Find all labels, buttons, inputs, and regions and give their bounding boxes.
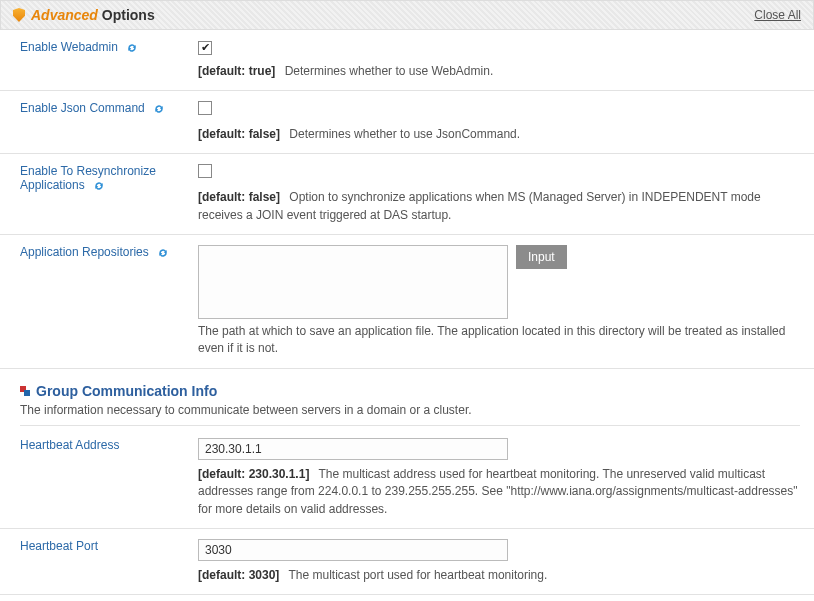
close-all-link[interactable]: Close All bbox=[754, 8, 801, 22]
row-app-repos: Application Repositories Input The path … bbox=[0, 235, 814, 369]
checkbox-enable-resync[interactable] bbox=[198, 164, 212, 178]
heartbeat-address-input[interactable] bbox=[198, 438, 508, 460]
advanced-options-header: Advanced Options Close All bbox=[0, 0, 814, 30]
section-icon bbox=[20, 386, 30, 396]
default-value: [default: 230.30.1.1] bbox=[198, 467, 309, 481]
label-text: Application Repositories bbox=[20, 245, 149, 259]
label-enable-resync: Enable To Resynchronize Applications bbox=[20, 164, 198, 224]
section-title: Group Communication Info bbox=[36, 383, 217, 399]
checkbox-enable-webadmin[interactable] bbox=[198, 41, 212, 55]
label-app-repos: Application Repositories bbox=[20, 245, 198, 358]
checkbox-enable-json[interactable] bbox=[198, 101, 212, 115]
title-advanced: Advanced bbox=[31, 7, 98, 23]
refresh-icon[interactable] bbox=[156, 247, 170, 259]
default-value: [default: 3030] bbox=[198, 568, 279, 582]
row-heartbeat-port: Heartbeat Port [default: 3030] The multi… bbox=[0, 529, 814, 595]
description-text: The multicast port used for heartbeat mo… bbox=[288, 568, 547, 582]
label-heartbeat-port: Heartbeat Port bbox=[20, 539, 198, 584]
row-enable-json: Enable Json Command [default: false] Det… bbox=[0, 91, 814, 154]
description-text: The path at which to save an application… bbox=[198, 323, 800, 358]
default-value: [default: false] bbox=[198, 190, 280, 204]
default-value: [default: true] bbox=[198, 64, 275, 78]
label-heartbeat-address: Heartbeat Address bbox=[20, 438, 198, 518]
app-repos-textarea[interactable] bbox=[198, 245, 508, 319]
label-enable-json: Enable Json Command bbox=[20, 101, 198, 143]
row-enable-resync: Enable To Resynchronize Applications [de… bbox=[0, 154, 814, 235]
title-options: Options bbox=[102, 7, 155, 23]
refresh-icon[interactable] bbox=[92, 180, 106, 192]
label-text: Enable Json Command bbox=[20, 101, 145, 115]
default-value: [default: false] bbox=[198, 127, 280, 141]
label-enable-webadmin: Enable Webadmin bbox=[20, 40, 198, 80]
shield-icon bbox=[13, 8, 25, 22]
row-use-virtual-multicast: Use Virtual Multicast [default: false] E… bbox=[0, 595, 814, 601]
description-text: Determines whether to use WebAdmin. bbox=[285, 64, 494, 78]
input-button[interactable]: Input bbox=[516, 245, 567, 269]
section-subtitle: The information necessary to communicate… bbox=[20, 403, 800, 426]
label-text: Enable Webadmin bbox=[20, 40, 118, 54]
refresh-icon[interactable] bbox=[125, 42, 139, 54]
row-heartbeat-address: Heartbeat Address [default: 230.30.1.1] … bbox=[0, 428, 814, 529]
description-text: Option to synchronize applications when … bbox=[198, 190, 761, 221]
advanced-options-title: Advanced Options bbox=[13, 7, 155, 23]
heartbeat-port-input[interactable] bbox=[198, 539, 508, 561]
description-text: Determines whether to use JsonCommand. bbox=[289, 127, 520, 141]
row-enable-webadmin: Enable Webadmin [default: true] Determin… bbox=[0, 30, 814, 91]
section-group-comm: Group Communication Info The information… bbox=[0, 369, 814, 428]
label-text: Enable To Resynchronize Applications bbox=[20, 164, 156, 192]
refresh-icon[interactable] bbox=[152, 103, 166, 115]
